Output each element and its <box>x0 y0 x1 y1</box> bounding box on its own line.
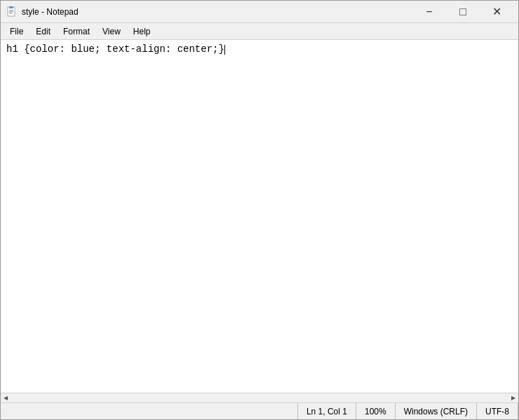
status-zoom: 100% <box>356 403 396 419</box>
menu-bar: File Edit Format View Help <box>1 23 518 40</box>
status-encoding: UTF-8 <box>477 403 518 419</box>
title-bar: style - Notepad − □ ✕ <box>1 1 518 23</box>
editor-text: h1 {color: blue; text-align: center;} <box>6 43 224 55</box>
horizontal-scrollbar: ◀ ▶ <box>1 393 518 402</box>
scroll-right-button[interactable]: ▶ <box>508 393 518 403</box>
title-bar-controls: − □ ✕ <box>413 1 513 23</box>
notepad-icon <box>6 6 18 18</box>
status-position: Ln 1, Col 1 <box>297 403 356 419</box>
window-title: style - Notepad <box>22 7 79 17</box>
svg-rect-1 <box>9 6 13 8</box>
scroll-left-button[interactable]: ◀ <box>1 393 11 403</box>
text-content[interactable]: h1 {color: blue; text-align: center;} <box>1 40 518 393</box>
text-cursor <box>224 45 225 55</box>
minimize-button[interactable]: − <box>413 1 445 23</box>
menu-item-edit[interactable]: Edit <box>29 25 57 39</box>
menu-item-file[interactable]: File <box>4 25 29 39</box>
notepad-window: style - Notepad − □ ✕ File Edit Format V… <box>0 0 519 420</box>
editor-area: h1 {color: blue; text-align: center;} ◀ … <box>1 40 518 402</box>
menu-item-view[interactable]: View <box>96 25 127 39</box>
title-bar-left: style - Notepad <box>6 6 79 18</box>
menu-item-format[interactable]: Format <box>57 25 96 39</box>
status-bar: Ln 1, Col 1 100% Windows (CRLF) UTF-8 <box>1 402 518 419</box>
status-line-ending: Windows (CRLF) <box>396 403 477 419</box>
maximize-button[interactable]: □ <box>447 1 479 23</box>
scroll-track[interactable] <box>11 393 508 403</box>
text-area-wrapper[interactable]: h1 {color: blue; text-align: center;} <box>1 40 518 393</box>
close-button[interactable]: ✕ <box>480 1 513 23</box>
menu-item-help[interactable]: Help <box>127 25 157 39</box>
